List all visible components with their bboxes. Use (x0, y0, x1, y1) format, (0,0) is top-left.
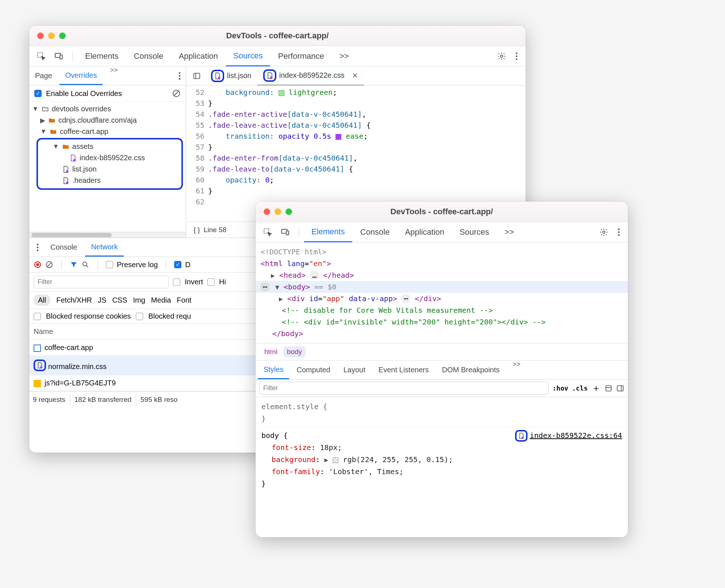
subtab-event-listeners[interactable]: Event Listeners (373, 361, 435, 379)
device-toolbar-icon[interactable] (50, 51, 67, 61)
clear-log-icon[interactable] (45, 261, 53, 269)
settings-icon[interactable] (595, 228, 613, 237)
tab-console[interactable]: Console (127, 46, 171, 66)
subtab-page[interactable]: Page (29, 66, 58, 85)
toggle-sidebar-icon[interactable] (616, 384, 624, 392)
navigator: Page Overrides >> ✓ Enable Local Overrid… (29, 66, 186, 238)
filter-all[interactable]: All (34, 295, 50, 306)
tab-elements[interactable]: Elements (304, 222, 352, 242)
invert-checkbox[interactable] (173, 278, 180, 286)
styles-pane[interactable]: element.style { } body { index-b859522e.… (256, 397, 628, 493)
tab-application[interactable]: Application (398, 222, 452, 242)
filter-media[interactable]: Media (151, 296, 171, 304)
dom-doctype[interactable]: <!DOCTYPE html> (261, 246, 623, 258)
tabs-overflow[interactable]: >> (332, 46, 356, 66)
filter-css[interactable]: CSS (112, 296, 127, 304)
dom-tree[interactable]: <!DOCTYPE html> <html lang="en"> ▶ <head… (256, 242, 628, 343)
new-style-rule-icon[interactable]: ＋ (591, 382, 601, 395)
tab-application[interactable]: Application (171, 46, 225, 66)
settings-icon[interactable] (493, 52, 510, 61)
maximize-window-button[interactable] (285, 208, 292, 215)
tab-console[interactable]: Console (353, 222, 397, 242)
window-title: DevTools - coffee-cart.app/ (29, 31, 526, 41)
pretty-print-icon[interactable]: { } (190, 226, 204, 234)
subtab-layout[interactable]: Layout (338, 361, 371, 379)
minimize-window-button[interactable] (275, 208, 281, 215)
more-icon[interactable] (511, 52, 522, 60)
filter-toggle-icon[interactable] (70, 261, 78, 269)
blocked-requests-checkbox[interactable] (136, 313, 143, 320)
override-indicator-icon (515, 430, 528, 442)
minimize-window-button[interactable] (48, 32, 55, 39)
main-tabs: Elements Console Application Sources Per… (29, 46, 526, 66)
filter-js[interactable]: JS (98, 296, 106, 304)
subtab-dom-breakpoints[interactable]: DOM Breakpoints (436, 361, 506, 379)
subtab-computed[interactable]: Computed (291, 361, 336, 379)
tree-assets[interactable]: ▼ assets (38, 141, 181, 152)
svg-point-16 (270, 76, 273, 79)
script-icon (34, 380, 41, 387)
record-icon[interactable] (34, 261, 42, 269)
expand-dots-icon[interactable]: ⋯ (261, 283, 269, 291)
scrollbar-h[interactable] (29, 232, 186, 238)
crumb-body[interactable]: body (283, 346, 306, 357)
search-icon[interactable] (81, 261, 89, 269)
maximize-window-button[interactable] (59, 32, 66, 39)
tab-elements[interactable]: Elements (78, 46, 126, 66)
enable-overrides-row[interactable]: ✓ Enable Local Overrides (29, 85, 186, 102)
svg-rect-14 (194, 73, 200, 78)
tabs-overflow[interactable]: >> (497, 222, 521, 242)
tree-app[interactable]: ▼ coffee-cart.app (29, 126, 186, 137)
device-toolbar-icon[interactable] (277, 227, 294, 237)
svg-point-29 (618, 228, 620, 230)
tree-file-list-json[interactable]: list.json (38, 164, 181, 175)
color-swatch-icon[interactable] (333, 457, 338, 463)
hide-checkbox[interactable] (207, 278, 215, 286)
navigator-more-icon[interactable] (173, 72, 186, 80)
drawer-more-icon[interactable] (33, 243, 42, 251)
disable-cache-checkbox[interactable]: ✓ (174, 261, 181, 268)
more-icon[interactable] (613, 228, 624, 236)
expand-dots-icon[interactable]: … (310, 271, 319, 280)
filter-font[interactable]: Font (177, 296, 191, 304)
expand-dots-icon[interactable]: ⋯ (402, 294, 410, 303)
crumb-html[interactable]: html (261, 346, 281, 357)
file-tab-listjson[interactable]: list.json (205, 66, 257, 85)
filter-img[interactable]: Img (133, 296, 145, 304)
tree-root[interactable]: ▼ devtools overrides (29, 103, 186, 115)
tab-sources[interactable]: Sources (452, 222, 496, 242)
checkbox-enable-overrides[interactable]: ✓ (34, 90, 42, 97)
close-tab-icon[interactable]: ✕ (348, 71, 358, 80)
subtab-overflow[interactable]: >> (104, 66, 123, 85)
computed-styles-icon[interactable] (605, 384, 613, 392)
drawer-tab-network[interactable]: Network (85, 238, 123, 257)
svg-point-4 (516, 52, 518, 54)
close-window-button[interactable] (264, 208, 270, 215)
drawer-tab-console[interactable]: Console (45, 238, 83, 257)
hov-toggle[interactable]: :hov (552, 384, 568, 392)
subtab-overrides[interactable]: Overrides (60, 66, 103, 85)
tree-cdn[interactable]: ▶ cdnjs.cloudflare.com/aja (29, 115, 186, 126)
blocked-cookies-checkbox[interactable] (34, 313, 41, 320)
file-tab-index-css[interactable]: index-b859522e.css ✕ (257, 66, 364, 85)
subtab-styles[interactable]: Styles (258, 361, 289, 379)
network-filter-input[interactable] (34, 276, 169, 288)
tab-performance[interactable]: Performance (271, 46, 331, 66)
clear-overrides-icon[interactable] (172, 89, 181, 98)
inspect-icon[interactable] (33, 51, 50, 61)
toggle-nav-icon[interactable] (188, 72, 205, 80)
cls-toggle[interactable]: .cls (572, 384, 588, 392)
preserve-log-checkbox[interactable] (106, 261, 113, 268)
color-swatch-icon[interactable] (279, 90, 284, 96)
styles-filter-input[interactable] (259, 382, 549, 395)
inspect-icon[interactable] (259, 227, 276, 237)
bezier-icon[interactable] (335, 134, 341, 140)
tab-sources[interactable]: Sources (226, 46, 270, 66)
tree-file-index-css[interactable]: index-b859522e.css (38, 152, 181, 164)
tree-file-headers[interactable]: .headers (38, 175, 181, 186)
subtab-overflow[interactable]: >> (507, 361, 526, 379)
source-link[interactable]: index-b859522e.css:64 (530, 430, 622, 442)
svg-point-19 (37, 249, 39, 251)
close-window-button[interactable] (37, 32, 44, 39)
filter-fetch[interactable]: Fetch/XHR (56, 296, 92, 304)
